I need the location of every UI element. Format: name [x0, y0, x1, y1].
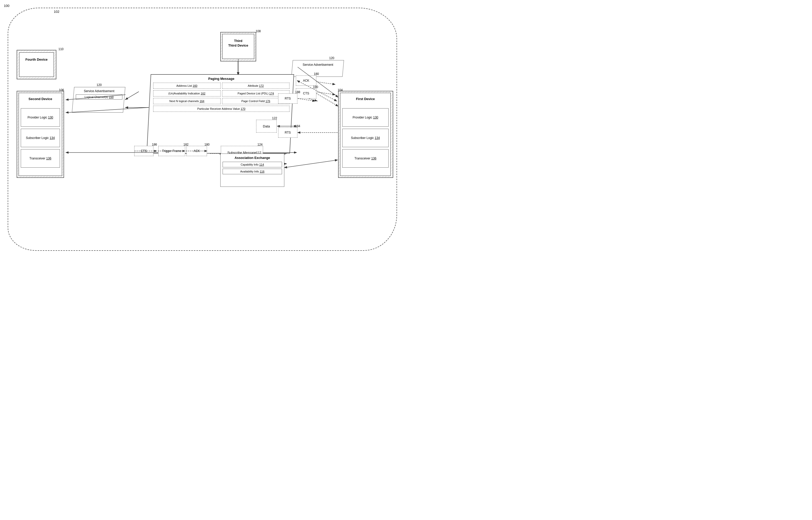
second-device-provider-logic: Provider Logic 130: [21, 108, 60, 127]
cts-left-box: CTS: [134, 146, 153, 156]
ref-184: 184: [295, 124, 300, 128]
second-device-label: Second Device: [21, 97, 60, 101]
third-device-container: Third Third Device: [220, 32, 256, 61]
paging-message-box: Paging Message Address List 160 Attribut…: [147, 74, 294, 154]
ref-108: 108: [256, 29, 261, 33]
service-advertisement-left: Service Advertisement Logical Channel(s)…: [72, 87, 125, 112]
ref-120-right: 120: [329, 56, 334, 60]
rts-right-box: RTS: [278, 127, 297, 138]
ref-104: 104: [338, 88, 343, 92]
ref-122: 122: [272, 116, 277, 120]
first-device-label: First Device: [342, 97, 389, 101]
first-device-subscriber-logic: Subscriber Logic 134: [342, 129, 389, 147]
ref-180-right: 180: [314, 72, 319, 76]
data-box: Data: [256, 120, 277, 133]
third-device-label: Third Third Device: [224, 38, 252, 48]
svg-rect-22: [19, 52, 54, 77]
ref-190: 190: [313, 85, 318, 89]
ack-middle-box: ACK: [187, 146, 207, 156]
first-device-transceiver: Transceiver 136: [342, 149, 389, 167]
fourth-device-label: Fourth Device: [21, 57, 52, 62]
ref-110: 110: [58, 47, 64, 51]
ref-188: 188: [295, 90, 300, 94]
association-exchange-box: Association Exchange Capability Info 114…: [220, 154, 284, 187]
ref-124: 124: [257, 143, 263, 147]
first-device-provider-logic: Provider Logic 130: [342, 108, 389, 127]
ref-112: 112: [256, 151, 261, 155]
first-device-container: First Device Provider Logic 130 Subscrib…: [338, 91, 393, 178]
trigger-frame-box: Trigger Frame: [158, 146, 185, 156]
ref-106: 106: [59, 88, 64, 92]
second-device-container: Second Device Provider Logic 130 Subscri…: [17, 91, 64, 178]
rts-left-box: RTS: [278, 94, 297, 104]
ack-right-box: ACK: [296, 76, 316, 86]
second-device-transceiver: Transceiver 136: [21, 149, 60, 167]
ref-182: 182: [183, 143, 189, 147]
second-device-subscriber-logic: Subscriber Logic 134: [21, 129, 60, 147]
ref-180-mid: 180: [204, 143, 210, 147]
fourth-device-container: Fourth Device: [17, 50, 56, 79]
ref-186: 186: [152, 143, 157, 147]
ref-102: 102: [54, 10, 59, 14]
ref-120-left: 120: [97, 83, 102, 87]
ref-100: 100: [4, 4, 9, 8]
